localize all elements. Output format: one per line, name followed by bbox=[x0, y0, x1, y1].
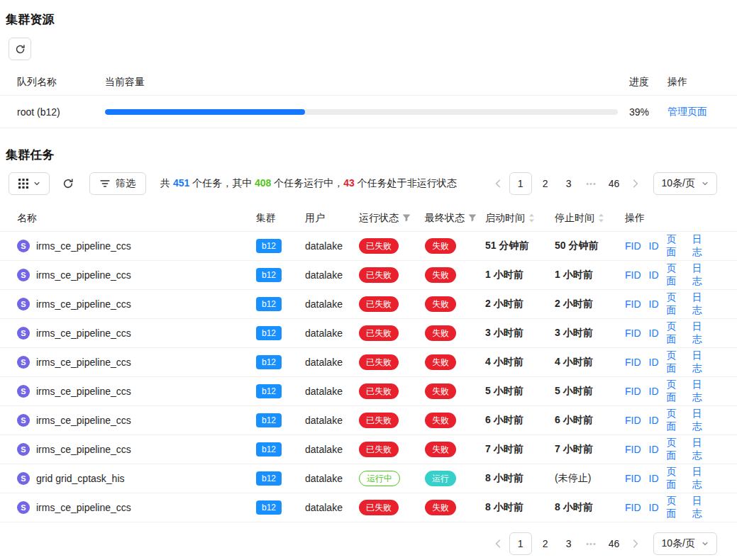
task-cluster-cell: b12 bbox=[256, 326, 305, 340]
page-link[interactable]: 页面 bbox=[667, 466, 685, 491]
log-link[interactable]: 日志 bbox=[692, 320, 710, 346]
pagination-page-3[interactable]: 3 bbox=[559, 533, 579, 554]
tasks-refresh-button[interactable] bbox=[56, 172, 80, 195]
filter-funnel-icon[interactable] bbox=[402, 214, 411, 222]
final-status-badge: 失败 bbox=[425, 267, 456, 283]
log-link[interactable]: 日志 bbox=[692, 466, 710, 491]
task-name-cell: Sirms_ce_pipeline_ccs bbox=[0, 327, 256, 340]
final-status-badge: 运行 bbox=[425, 471, 456, 486]
fid-link[interactable]: FID bbox=[625, 473, 641, 484]
page-link[interactable]: 页面 bbox=[667, 379, 685, 404]
pagination-page-46[interactable]: 46 bbox=[604, 173, 624, 194]
column-settings-dropdown[interactable] bbox=[9, 172, 50, 195]
pagination-page-2[interactable]: 2 bbox=[536, 173, 555, 194]
fid-link[interactable]: FID bbox=[625, 357, 641, 368]
pagination-prev-button[interactable] bbox=[490, 533, 506, 554]
log-link[interactable]: 日志 bbox=[692, 437, 710, 462]
filter-lines-icon bbox=[100, 179, 110, 188]
manage-page-link[interactable]: 管理页面 bbox=[667, 106, 707, 117]
final-status-cell: 失败 bbox=[425, 325, 485, 341]
pagination-prev-button[interactable] bbox=[490, 173, 506, 194]
page-size-select[interactable]: 10条/页 bbox=[653, 532, 717, 555]
id-link[interactable]: ID bbox=[649, 298, 659, 310]
fid-link[interactable]: FID bbox=[625, 502, 641, 513]
id-link[interactable]: ID bbox=[649, 386, 659, 397]
stop-time-cell: (未停止) bbox=[555, 472, 625, 485]
log-link[interactable]: 日志 bbox=[692, 233, 710, 259]
filter-button[interactable]: 筛选 bbox=[89, 172, 146, 195]
cluster-badge: b12 bbox=[256, 384, 282, 398]
column-header-3[interactable]: 运行状态 bbox=[359, 212, 425, 225]
page-link[interactable]: 页面 bbox=[667, 320, 685, 346]
stop-time-cell: 7 小时前 bbox=[555, 443, 625, 456]
pagination-page-1[interactable]: 1 bbox=[509, 532, 532, 555]
task-cluster-cell: b12 bbox=[256, 384, 305, 398]
pagination-ellipsis[interactable]: ••• bbox=[582, 179, 601, 188]
task-avatar: S bbox=[17, 472, 30, 485]
log-link[interactable]: 日志 bbox=[692, 349, 710, 375]
task-user-cell: datalake bbox=[305, 415, 359, 426]
task-name: grid grid_cptask_his bbox=[36, 473, 125, 484]
fid-link[interactable]: FID bbox=[625, 240, 641, 252]
task-name: irms_ce_pipeline_ccs bbox=[36, 357, 131, 368]
run-status-badge: 已失败 bbox=[359, 413, 399, 428]
page-link[interactable]: 页面 bbox=[667, 437, 685, 462]
fid-link[interactable]: FID bbox=[625, 386, 641, 397]
task-cluster-cell: b12 bbox=[256, 442, 305, 457]
page-link[interactable]: 页面 bbox=[667, 349, 685, 375]
page-link[interactable]: 页面 bbox=[667, 262, 685, 288]
column-header-4[interactable]: 最终状态 bbox=[425, 212, 485, 225]
log-link[interactable]: 日志 bbox=[692, 291, 710, 317]
id-link[interactable]: ID bbox=[649, 269, 659, 281]
id-link[interactable]: ID bbox=[649, 357, 659, 368]
column-header-label: 运行状态 bbox=[359, 212, 399, 225]
fid-link[interactable]: FID bbox=[625, 444, 641, 455]
stop-time-cell: 1 小时前 bbox=[555, 269, 625, 281]
log-link[interactable]: 日志 bbox=[692, 408, 710, 433]
id-link[interactable]: ID bbox=[649, 415, 659, 426]
final-status-cell: 失败 bbox=[425, 267, 485, 283]
page-size-select[interactable]: 10条/页 bbox=[653, 172, 717, 195]
fid-link[interactable]: FID bbox=[625, 327, 641, 339]
page-link[interactable]: 页面 bbox=[667, 495, 685, 520]
id-link[interactable]: ID bbox=[649, 473, 659, 484]
pagination-next-button[interactable] bbox=[628, 173, 643, 194]
id-link[interactable]: ID bbox=[649, 327, 659, 339]
pagination-page-2[interactable]: 2 bbox=[536, 533, 555, 554]
fid-link[interactable]: FID bbox=[625, 269, 641, 281]
pagination-page-1[interactable]: 1 bbox=[509, 172, 532, 195]
task-row: Sirms_ce_pipeline_ccsb12datalake已失败失败6 小… bbox=[0, 406, 737, 435]
page-size-label: 10条/页 bbox=[662, 177, 695, 190]
id-link[interactable]: ID bbox=[649, 502, 659, 513]
queue-action-cell: 管理页面 bbox=[667, 106, 737, 118]
column-header-6[interactable]: 停止时间 bbox=[555, 212, 625, 225]
pagination-next-button[interactable] bbox=[628, 533, 643, 554]
start-time-cell: 7 小时前 bbox=[485, 443, 555, 456]
final-status-badge: 失败 bbox=[425, 296, 456, 312]
fid-link[interactable]: FID bbox=[625, 415, 641, 426]
final-status-badge: 失败 bbox=[425, 238, 456, 254]
sorter-icon[interactable] bbox=[528, 213, 535, 223]
pagination-page-46[interactable]: 46 bbox=[604, 533, 624, 554]
filter-funnel-icon[interactable] bbox=[468, 214, 477, 222]
log-link[interactable]: 日志 bbox=[692, 495, 710, 520]
resources-refresh-button[interactable] bbox=[9, 38, 31, 60]
page-link[interactable]: 页面 bbox=[667, 408, 685, 433]
fid-link[interactable]: FID bbox=[625, 298, 641, 310]
column-header-5[interactable]: 启动时间 bbox=[485, 212, 555, 225]
page-link[interactable]: 页面 bbox=[667, 233, 685, 259]
summary-text: 个任务处于非运行状态 bbox=[355, 177, 457, 189]
run-status-cell: 已失败 bbox=[359, 442, 425, 457]
task-avatar: S bbox=[17, 240, 30, 252]
final-status-cell: 失败 bbox=[425, 296, 485, 312]
sorter-icon[interactable] bbox=[598, 213, 604, 223]
pagination-page-3[interactable]: 3 bbox=[559, 173, 579, 194]
page-link[interactable]: 页面 bbox=[667, 291, 685, 317]
log-link[interactable]: 日志 bbox=[692, 379, 710, 404]
refresh-icon bbox=[15, 44, 26, 55]
log-link[interactable]: 日志 bbox=[692, 262, 710, 288]
pagination-ellipsis[interactable]: ••• bbox=[582, 539, 601, 548]
id-link[interactable]: ID bbox=[649, 444, 659, 455]
id-link[interactable]: ID bbox=[649, 240, 659, 252]
header-operation: 操作 bbox=[667, 76, 737, 89]
